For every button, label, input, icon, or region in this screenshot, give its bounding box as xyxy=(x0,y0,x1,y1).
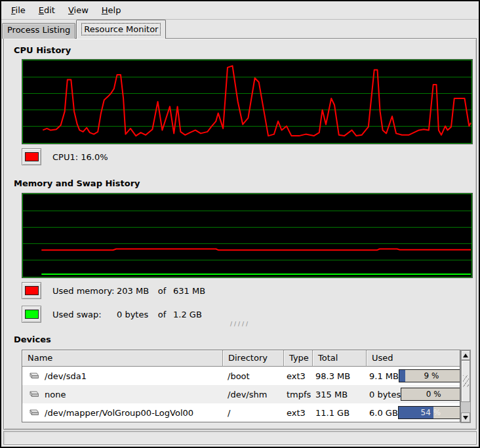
cpu-legend: CPU1: 16.0% xyxy=(22,148,108,166)
menu-item-help[interactable]: Help xyxy=(95,3,128,18)
usage-percent-label: 54 % xyxy=(399,407,460,418)
memory-swap-title: Memory and Swap History xyxy=(14,178,140,188)
menu-item-file[interactable]: File xyxy=(5,3,32,18)
disk-icon xyxy=(28,409,39,417)
device-total-cell: 11.1 GB xyxy=(313,408,367,418)
arrow-down-icon xyxy=(463,416,468,420)
pane-resize-handle[interactable]: ///// xyxy=(230,321,250,327)
used-swap-label: Used swap: xyxy=(52,310,117,319)
device-used-value: 0 bytes xyxy=(369,390,401,399)
tab-process-listing[interactable]: Process Listing xyxy=(2,23,75,39)
used-memory-value: 203 MB xyxy=(117,286,151,296)
cpu1-usage-label: CPU1: 16.0% xyxy=(52,152,108,162)
usage-percent-label: 0 % xyxy=(401,388,460,400)
scroll-up-button[interactable] xyxy=(461,350,470,360)
device-used-cell: 9.1 MB9 % xyxy=(367,369,460,382)
used-memory-color-chip xyxy=(25,286,39,295)
total-memory-value: 631 MB xyxy=(173,286,205,296)
status-bar xyxy=(3,431,477,445)
device-directory-cell: /dev/shm xyxy=(223,390,284,399)
usage-progress-bar: 0 % xyxy=(401,388,460,401)
column-header-total[interactable]: Total xyxy=(313,350,367,367)
cpu1-color-swatch-button[interactable] xyxy=(22,148,41,165)
disk-icon xyxy=(28,390,39,399)
arrow-up-icon xyxy=(463,354,468,357)
column-header-type[interactable]: Type xyxy=(284,350,313,367)
usage-percent-label: 9 % xyxy=(399,370,460,382)
device-type-cell: ext3 xyxy=(284,371,313,381)
device-total-cell: 98.3 MB xyxy=(313,371,367,381)
used-swap-value: 0 bytes xyxy=(117,310,151,319)
devices-scrollbar[interactable] xyxy=(460,350,471,423)
resource-monitor-panel: CPU History CPU1: 16.0% Memory and Swap … xyxy=(3,38,477,430)
device-directory-cell: /boot xyxy=(223,371,284,381)
used-memory-label: Used memory: xyxy=(52,286,117,296)
scrollbar-grip-icon xyxy=(463,375,469,387)
used-swap-legend: Used swap: 0 bytes of 1.2 GB xyxy=(22,305,202,323)
device-directory-cell: / xyxy=(223,408,284,418)
column-header-name[interactable]: Name xyxy=(22,350,223,367)
used-swap-color-swatch-button[interactable] xyxy=(22,306,41,323)
used-swap-of: of xyxy=(151,310,173,319)
scroll-down-button[interactable] xyxy=(461,413,470,422)
device-used-cell: 0 bytes0 % xyxy=(367,388,460,401)
cpu1-color-chip xyxy=(25,152,39,161)
device-used-cell: 6.0 GB54 % xyxy=(367,406,460,419)
device-row-1[interactable]: /dev/sda1/bootext398.3 MB9.1 MB9 % xyxy=(22,367,460,385)
disk-icon xyxy=(28,372,39,380)
device-name-cell: /dev/mapper/VolGroup00-LogVol00 xyxy=(22,408,223,418)
devices-table-header: NameDirectoryTypeTotalUsed xyxy=(22,350,460,367)
device-total-cell: 315 MB xyxy=(313,390,367,399)
cpu-history-graph xyxy=(22,59,473,144)
devices-table: NameDirectoryTypeTotalUsed /dev/sda1/boo… xyxy=(22,350,460,422)
used-memory-of: of xyxy=(151,286,173,296)
usage-progress-bar: 54 % xyxy=(398,406,460,419)
device-row-3[interactable]: /dev/mapper/VolGroup00-LogVol00/ext311.1… xyxy=(22,403,460,422)
menu-bar: FileEditViewHelp xyxy=(1,1,479,20)
total-swap-value: 1.2 GB xyxy=(173,310,202,319)
scrollbar-thumb[interactable] xyxy=(461,360,470,402)
devices-table-body: /dev/sda1/bootext398.3 MB9.1 MB9 %none/d… xyxy=(22,367,460,422)
used-memory-legend: Used memory: 203 MB of 631 MB xyxy=(22,281,205,300)
column-header-used[interactable]: Used xyxy=(367,350,460,367)
devices-title: Devices xyxy=(14,335,51,344)
column-header-directory[interactable]: Directory xyxy=(223,350,284,367)
usage-progress-bar: 9 % xyxy=(399,369,460,382)
tab-strip: Process ListingResource Monitor xyxy=(2,20,478,39)
cpu-history-title: CPU History xyxy=(14,45,71,55)
tab-resource-monitor[interactable]: Resource Monitor xyxy=(76,20,166,39)
device-type-cell: tmpfs xyxy=(284,390,313,399)
device-row-2[interactable]: none/dev/shmtmpfs315 MB0 bytes0 % xyxy=(22,385,460,403)
used-swap-color-chip xyxy=(25,310,39,319)
device-name-cell: none xyxy=(22,390,223,399)
device-used-value: 6.0 GB xyxy=(369,408,398,418)
menu-item-view[interactable]: View xyxy=(62,3,95,18)
memory-swap-graph xyxy=(22,193,473,278)
menu-item-edit[interactable]: Edit xyxy=(32,3,62,18)
device-type-cell: ext3 xyxy=(284,408,313,418)
device-used-value: 9.1 MB xyxy=(369,371,399,381)
used-memory-color-swatch-button[interactable] xyxy=(22,282,41,299)
device-name-cell: /dev/sda1 xyxy=(22,371,223,381)
